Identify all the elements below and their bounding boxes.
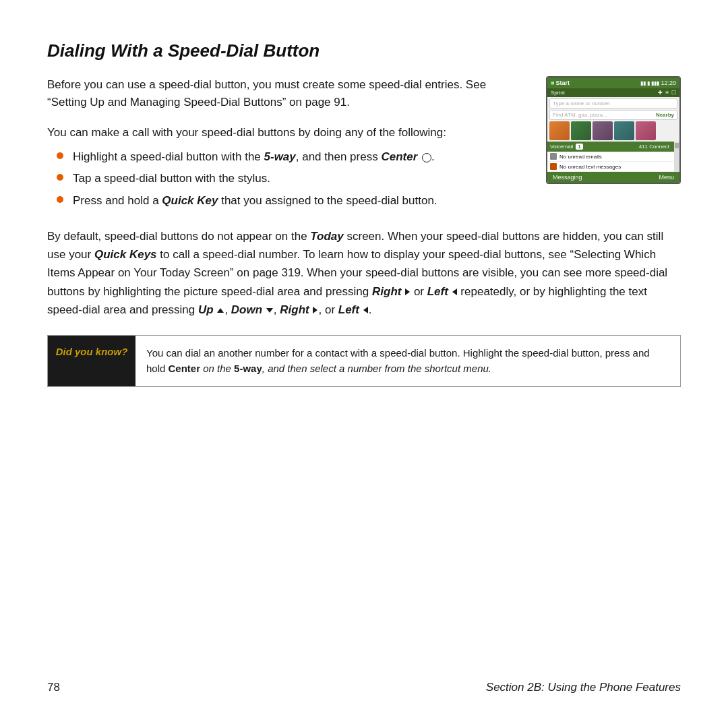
phone-voicemail-row: Voicemail 1 411 Connect No unread emails xyxy=(547,142,679,172)
did-you-know-label: Did you know? xyxy=(48,336,135,386)
phone-status-bar: Sprint ✚ ☀ ☐ xyxy=(547,88,679,97)
phone-screen-ui: ■ Start ▮▮ ▮ ▮▮▮ 12:20 Sprint xyxy=(546,76,681,184)
phone-msg-row-2: No unread text messages xyxy=(547,162,674,172)
bullet-item-1: Highlight a speed-dial button with the 5… xyxy=(54,148,526,166)
phone-header: ■ Start ▮▮ ▮ ▮▮▮ 12:20 xyxy=(547,78,679,88)
page-footer: 78 Section 2B: Using the Phone Features xyxy=(47,681,681,694)
phone-time: ▮▮ ▮ ▮▮▮ 12:20 xyxy=(640,80,676,86)
bullet-list: Highlight a speed-dial button with the 5… xyxy=(54,148,526,210)
page-number: 78 xyxy=(47,681,60,694)
intro-paragraph-1: Before you can use a speed-dial button, … xyxy=(47,76,526,112)
phone-voicemail-bar: Voicemail 1 411 Connect xyxy=(547,142,674,152)
avatar-1 xyxy=(549,121,570,140)
avatar-3 xyxy=(593,121,613,140)
phone-msg-row-1: No unread emails xyxy=(547,152,674,162)
avatar-2 xyxy=(571,121,591,140)
content-area: Dialing With a Speed-Dial Button Before … xyxy=(47,40,681,407)
avatar-4 xyxy=(614,121,634,140)
bullet-item-2: Tap a speed-dial button with the stylus. xyxy=(54,170,526,187)
did-you-know-box: Did you know? You can dial an another nu… xyxy=(47,335,681,387)
phone-avatars xyxy=(549,121,677,140)
main-paragraph: By default, speed-dial buttons do not ap… xyxy=(47,227,681,319)
sms-icon xyxy=(550,163,557,170)
phone-search-bar: Type a name or number xyxy=(549,98,677,109)
phone-start-label: ■ Start xyxy=(551,80,570,86)
page-title: Dialing With a Speed-Dial Button xyxy=(47,40,681,61)
phone-screenshot: ■ Start ▮▮ ▮ ▮▮▮ 12:20 Sprint xyxy=(546,76,681,214)
phone-find-bar: Find ATM, gas, pizza... Nearby xyxy=(549,110,677,120)
phone-connect-label: 411 Connect xyxy=(637,144,671,150)
phone-messages: No unread emails No unread text messages xyxy=(547,152,674,172)
avatar-5 xyxy=(636,121,656,140)
phone-bottom-bar: Messaging Menu xyxy=(547,172,679,183)
did-you-know-content: You can dial an another number for a con… xyxy=(135,336,680,386)
text-block: Before you can use a speed-dial button, … xyxy=(47,76,526,214)
scrollbar xyxy=(674,142,679,172)
top-section: Before you can use a speed-dial button, … xyxy=(47,76,681,214)
page: Dialing With a Speed-Dial Button Before … xyxy=(0,0,728,728)
footer-section-label: Section 2B: Using the Phone Features xyxy=(486,681,681,694)
bullet-item-3: Press and hold a Quick Key that you assi… xyxy=(54,192,526,210)
email-icon xyxy=(550,153,557,160)
voicemail-badge: 1 xyxy=(576,144,582,150)
following-label: You can make a call with your speed-dial… xyxy=(47,124,526,142)
